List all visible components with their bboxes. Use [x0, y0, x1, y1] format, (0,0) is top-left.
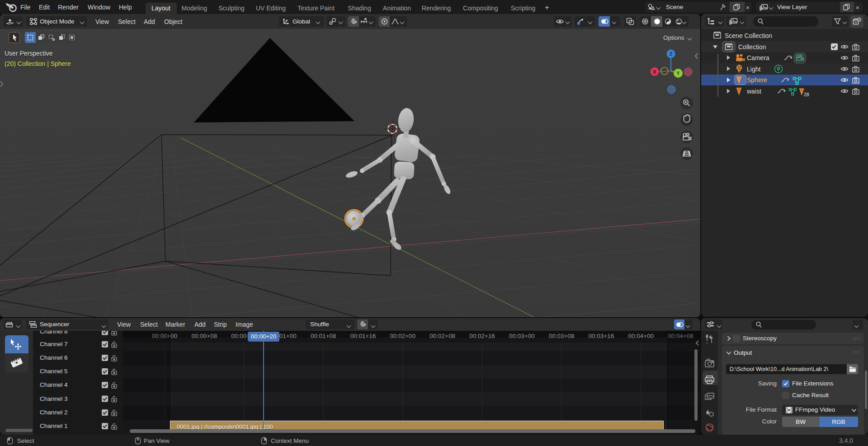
svg-text:Z: Z [670, 51, 673, 56]
svg-text:Y: Y [676, 70, 680, 76]
svg-text:X: X [653, 69, 656, 75]
svg-text:28: 28 [804, 92, 809, 97]
